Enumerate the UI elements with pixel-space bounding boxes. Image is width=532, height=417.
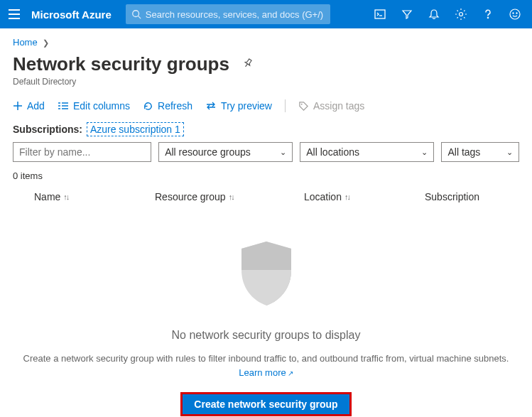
settings-icon[interactable] — [450, 3, 472, 26]
global-search-input[interactable]: Search resources, services, and docs (G+… — [126, 4, 330, 24]
svg-point-8 — [516, 13, 518, 14]
edit-columns-button[interactable]: Edit columns — [58, 100, 130, 112]
items-count: 0 items — [0, 170, 532, 187]
assign-tags-button: Assign tags — [298, 100, 364, 112]
page-title: Network security groups — [13, 53, 229, 75]
filter-locations-value: All locations — [306, 146, 359, 158]
subscription-link[interactable]: Azure subscription 1 — [87, 122, 184, 136]
topbar-actions — [369, 3, 526, 26]
svg-point-4 — [460, 13, 463, 16]
subscriptions-row: Subscriptions: Azure subscription 1 — [0, 119, 532, 142]
svg-point-5 — [487, 17, 489, 18]
chevron-down-icon: ⌄ — [280, 148, 286, 157]
svg-point-7 — [513, 13, 514, 14]
refresh-label: Refresh — [158, 100, 192, 112]
sort-icon: ↑↓ — [344, 193, 349, 201]
column-name[interactable]: Name ↑↓ — [13, 191, 155, 202]
command-bar: Add Edit columns Refresh Try preview Ass… — [0, 90, 532, 119]
search-placeholder: Search resources, services, and docs (G+… — [146, 9, 323, 20]
learn-more-label: Learn more — [239, 367, 286, 378]
learn-more-link[interactable]: Learn more↗ — [239, 367, 293, 378]
chevron-down-icon: ⌄ — [506, 148, 513, 157]
filter-locations[interactable]: All locations ⌄ — [300, 142, 434, 162]
breadcrumb: Home ❯ — [0, 28, 532, 52]
filter-name-placeholder: Filter by name... — [19, 146, 90, 158]
filter-tags-value: All tags — [447, 146, 480, 158]
svg-rect-2 — [375, 10, 385, 18]
sort-icon: ↑↓ — [63, 193, 68, 201]
menu-icon[interactable] — [6, 6, 23, 23]
empty-state: No network security groups to display Cr… — [0, 210, 532, 416]
breadcrumb-home[interactable]: Home — [13, 37, 38, 48]
filter-tags[interactable]: All tags ⌄ — [441, 142, 519, 162]
column-resource-group[interactable]: Resource group ↑↓ — [155, 191, 304, 202]
add-button[interactable]: Add — [13, 100, 45, 112]
chevron-right-icon: ❯ — [43, 38, 49, 47]
column-name-label: Name — [34, 191, 60, 202]
filters-row: Filter by name... All resource groups ⌄ … — [0, 142, 532, 170]
filter-name-input[interactable]: Filter by name... — [13, 142, 151, 162]
subscriptions-label: Subscriptions: — [13, 124, 82, 135]
feedback-icon[interactable] — [504, 3, 526, 26]
cloud-shell-icon[interactable] — [369, 3, 391, 26]
column-resource-group-label: Resource group — [155, 191, 226, 202]
brand-label[interactable]: Microsoft Azure — [31, 9, 112, 21]
pin-icon[interactable] — [242, 58, 254, 72]
column-location[interactable]: Location ↑↓ — [304, 191, 425, 202]
assign-tags-label: Assign tags — [313, 100, 364, 112]
filter-resource-groups-value: All resource groups — [165, 146, 251, 158]
try-preview-button[interactable]: Try preview — [205, 100, 272, 112]
refresh-icon — [143, 101, 153, 112]
try-preview-label: Try preview — [221, 100, 272, 112]
create-nsg-button[interactable]: Create network security group — [180, 392, 351, 416]
directory-filter-icon[interactable] — [396, 3, 418, 26]
refresh-button[interactable]: Refresh — [143, 100, 192, 112]
empty-description: Create a network security group with rul… — [0, 352, 532, 379]
notifications-icon[interactable] — [423, 3, 445, 26]
page-subtitle: Default Directory — [13, 77, 519, 87]
empty-desc-text: Create a network security group with rul… — [23, 353, 509, 364]
page-header: Network security groups Default Director… — [0, 52, 532, 90]
columns-icon — [58, 101, 69, 111]
search-icon — [131, 9, 141, 19]
chevron-down-icon: ⌄ — [421, 148, 428, 157]
svg-point-17 — [301, 103, 303, 104]
filter-resource-groups[interactable]: All resource groups ⌄ — [158, 142, 293, 162]
plus-icon — [13, 101, 23, 111]
shield-icon — [234, 238, 298, 309]
toolbar-separator — [285, 99, 286, 112]
column-subscription-label: Subscription — [425, 191, 479, 202]
top-bar: Microsoft Azure Search resources, servic… — [0, 0, 532, 28]
add-label: Add — [27, 100, 45, 112]
svg-line-1 — [138, 16, 141, 19]
svg-point-6 — [510, 9, 520, 19]
sort-icon: ↑↓ — [229, 193, 234, 201]
column-location-label: Location — [304, 191, 342, 202]
column-subscription[interactable]: Subscription — [425, 191, 519, 202]
empty-title: No network security groups to display — [0, 329, 532, 342]
external-link-icon: ↗ — [288, 369, 293, 377]
table-header: Name ↑↓ Resource group ↑↓ Location ↑↓ Su… — [0, 187, 532, 210]
help-icon[interactable] — [477, 3, 499, 26]
tag-icon — [298, 101, 309, 112]
edit-columns-label: Edit columns — [73, 100, 130, 112]
swap-icon — [205, 101, 217, 111]
svg-point-0 — [133, 11, 139, 17]
